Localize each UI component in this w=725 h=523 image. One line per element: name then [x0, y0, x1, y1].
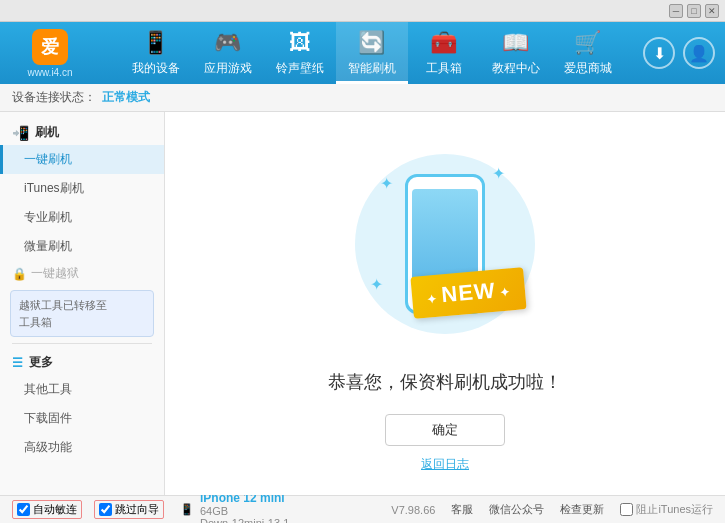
back-to-log-link[interactable]: 返回日志: [421, 456, 469, 473]
sidebar-item-other-tools[interactable]: 其他工具: [0, 375, 164, 404]
bottom-bar: 自动敏连 跳过向导 📱 iPhone 12 mini 64GB Down-12m…: [0, 495, 725, 523]
smart-flash-icon: 🔄: [358, 30, 385, 56]
logo-icon: 爱: [32, 29, 68, 65]
flash-section-icon: 📲: [12, 125, 29, 141]
nav-smart-flash-label: 智能刷机: [348, 60, 396, 77]
skip-wizard-checkbox-label[interactable]: 跳过向导: [94, 500, 164, 519]
sidebar-item-save-flash[interactable]: 微量刷机: [0, 232, 164, 261]
stop-itunes-label: 阻止iTunes运行: [636, 502, 713, 517]
status-bar: 设备连接状态： 正常模式: [0, 84, 725, 112]
nav-my-device-label: 我的设备: [132, 60, 180, 77]
sidebar-divider: [12, 343, 152, 344]
success-text: 恭喜您，保资料刷机成功啦！: [328, 370, 562, 394]
disabled-label: 一键越狱: [31, 265, 79, 282]
nav-right-actions: ⬇ 👤: [643, 37, 715, 69]
more-section-header: ☰ 更多: [0, 350, 164, 375]
phone-illustration: ✦ ✦ ✦ NEW: [345, 134, 545, 354]
minimize-button[interactable]: ─: [669, 4, 683, 18]
download-button[interactable]: ⬇: [643, 37, 675, 69]
tutorial-icon: 📖: [502, 30, 529, 56]
title-bar: ─ □ ✕: [0, 0, 725, 22]
sidebar: 📲 刷机 一键刷机 iTunes刷机 专业刷机 微量刷机 🔒 一键越狱 越狱工具…: [0, 112, 165, 495]
sidebar-item-itunes-flash[interactable]: iTunes刷机: [0, 174, 164, 203]
sparkle-3: ✦: [370, 275, 383, 294]
device-section: 📱 iPhone 12 mini 64GB Down-12mini-13,1: [180, 491, 289, 524]
skip-wizard-label: 跳过向导: [115, 502, 159, 517]
content-area: ✦ ✦ ✦ NEW 恭喜您，保资料刷机成功啦！ 确定 返回日志: [165, 112, 725, 495]
device-info: iPhone 12 mini 64GB Down-12mini-13,1: [200, 491, 289, 524]
device-model: Down-12mini-13,1: [200, 517, 289, 524]
customer-service-link[interactable]: 客服: [451, 502, 473, 517]
sidebar-item-one-click-flash[interactable]: 一键刷机: [0, 145, 164, 174]
wechat-link[interactable]: 微信公众号: [489, 502, 544, 517]
nav-smart-flash[interactable]: 🔄 智能刷机: [336, 22, 408, 84]
lock-icon: 🔒: [12, 267, 27, 281]
auto-connect-checkbox[interactable]: [17, 503, 30, 516]
nav-my-device[interactable]: 📱 我的设备: [120, 22, 192, 84]
confirm-button[interactable]: 确定: [385, 414, 505, 446]
wallpaper-icon: 🖼: [289, 30, 311, 56]
logo[interactable]: 爱 www.i4.cn: [10, 29, 90, 78]
auto-connect-checkbox-label[interactable]: 自动敏连: [12, 500, 82, 519]
main-layout: 📲 刷机 一键刷机 iTunes刷机 专业刷机 微量刷机 🔒 一键越狱 越狱工具…: [0, 112, 725, 495]
nav-toolbox-label: 工具箱: [426, 60, 462, 77]
store-icon: 🛒: [574, 30, 601, 56]
auto-connect-label: 自动敏连: [33, 502, 77, 517]
sidebar-item-download-fw[interactable]: 下载固件: [0, 404, 164, 433]
toolbox-icon: 🧰: [430, 30, 457, 56]
version-label: V7.98.66: [391, 504, 435, 516]
sidebar-item-advanced[interactable]: 高级功能: [0, 433, 164, 462]
apps-games-icon: 🎮: [214, 30, 241, 56]
status-value: 正常模式: [102, 89, 150, 106]
flash-section-header: 📲 刷机: [0, 120, 164, 145]
more-section-icon: ☰: [12, 356, 23, 370]
maximize-button[interactable]: □: [687, 4, 701, 18]
check-update-link[interactable]: 检查更新: [560, 502, 604, 517]
nav-wallpaper[interactable]: 🖼 铃声壁纸: [264, 22, 336, 84]
sparkle-1: ✦: [380, 174, 393, 193]
stop-itunes-checkbox[interactable]: [620, 503, 633, 516]
nav-tutorial-label: 教程中心: [492, 60, 540, 77]
nav-toolbox[interactable]: 🧰 工具箱: [408, 22, 480, 84]
nav-wallpaper-label: 铃声壁纸: [276, 60, 324, 77]
more-section-label: 更多: [29, 354, 53, 371]
status-prefix: 设备连接状态：: [12, 89, 96, 106]
close-button[interactable]: ✕: [705, 4, 719, 18]
nav-apps-games-label: 应用游戏: [204, 60, 252, 77]
checkbox-area: 自动敏连 跳过向导: [12, 500, 164, 519]
nav-apps-games[interactable]: 🎮 应用游戏: [192, 22, 264, 84]
nav-tutorial[interactable]: 📖 教程中心: [480, 22, 552, 84]
skip-wizard-checkbox[interactable]: [99, 503, 112, 516]
new-badge: NEW: [410, 267, 526, 319]
sidebar-item-pro-flash[interactable]: 专业刷机: [0, 203, 164, 232]
device-phone-icon: 📱: [180, 503, 194, 516]
jailbreak-notice: 越狱工具已转移至工具箱: [10, 290, 154, 337]
user-button[interactable]: 👤: [683, 37, 715, 69]
my-device-icon: 📱: [142, 30, 169, 56]
stop-itunes-area: 阻止iTunes运行: [620, 502, 713, 517]
nav-bar: 📱 我的设备 🎮 应用游戏 🖼 铃声壁纸 🔄 智能刷机 🧰 工具箱 📖 教程中心…: [100, 22, 643, 84]
device-capacity: 64GB: [200, 505, 289, 517]
header: 爱 www.i4.cn 📱 我的设备 🎮 应用游戏 🖼 铃声壁纸 🔄 智能刷机 …: [0, 22, 725, 84]
flash-section-label: 刷机: [35, 124, 59, 141]
logo-url: www.i4.cn: [27, 67, 72, 78]
sidebar-disabled-jailbreak: 🔒 一键越狱: [0, 261, 164, 286]
nav-store-label: 爱思商城: [564, 60, 612, 77]
nav-store[interactable]: 🛒 爱思商城: [552, 22, 624, 84]
sparkle-2: ✦: [492, 164, 505, 183]
bottom-right-links: V7.98.66 客服 微信公众号 检查更新: [391, 502, 604, 517]
